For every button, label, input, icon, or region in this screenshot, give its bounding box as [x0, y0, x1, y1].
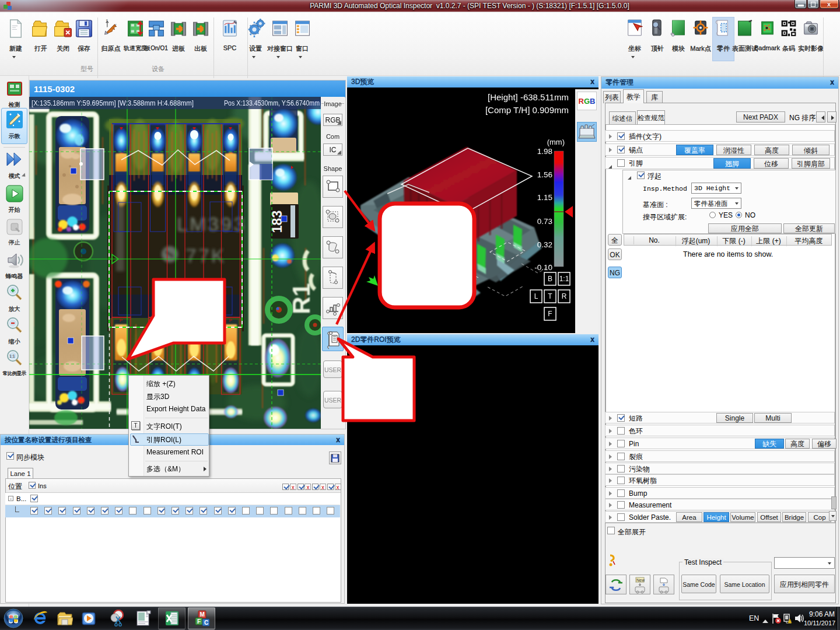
svg-text:P: P	[120, 318, 123, 323]
svg-text:C: C	[204, 620, 208, 626]
svg-text:0.32: 0.32	[537, 240, 552, 249]
svg-text:1:1: 1:1	[559, 275, 569, 283]
svg-text:77K: 77K	[186, 244, 226, 267]
svg-text:0A0A0A: 0A0A0A	[173, 283, 227, 298]
svg-text:F: F	[548, 310, 552, 318]
svg-text:1.98: 1.98	[537, 147, 552, 156]
svg-text:1.15: 1.15	[537, 193, 552, 202]
svg-text:1.56: 1.56	[537, 170, 552, 179]
svg-text:[Comp T/H] 0.909mm: [Comp T/H] 0.909mm	[485, 105, 569, 115]
svg-text:R: R	[562, 292, 567, 300]
svg-text:T: T	[548, 292, 552, 300]
svg-text:[Height] -638.511mm: [Height] -638.511mm	[488, 92, 569, 102]
svg-text:!: !	[791, 620, 792, 623]
svg-text:P: P	[192, 318, 195, 323]
svg-text:L: L	[534, 292, 538, 300]
svg-text:F: F	[197, 618, 201, 625]
svg-text:[X:135.186mm Y:59.695mm] [W:3.: [X:135.186mm Y:59.695mm] [W:3.588mm H:4.…	[32, 99, 194, 107]
svg-text:Pos X:133.4530mm, Y:56.6740mm: Pos X:133.4530mm, Y:56.6740mm	[224, 99, 320, 107]
svg-text:x: x	[106, 19, 108, 22]
svg-text:-0.10: -0.10	[534, 263, 552, 272]
svg-text:0.73: 0.73	[537, 217, 552, 226]
svg-text:New: New	[636, 578, 645, 582]
svg-text:B: B	[548, 275, 552, 283]
svg-text:(mm): (mm)	[547, 138, 565, 146]
svg-text:M: M	[200, 611, 205, 618]
svg-text:P: P	[229, 318, 232, 323]
svg-text:1:1: 1:1	[9, 354, 15, 358]
